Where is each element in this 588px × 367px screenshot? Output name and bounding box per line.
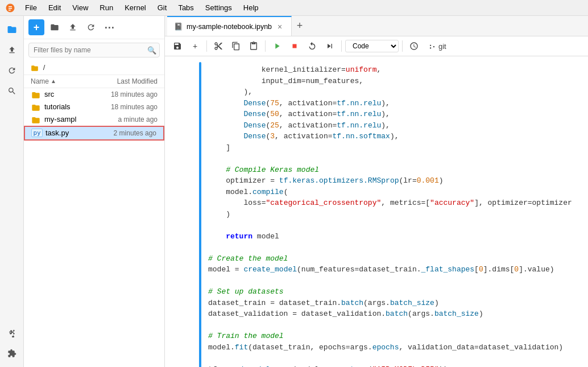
code-line: loss="categorical_crossentropy", metrics… — [208, 197, 583, 209]
tab-close-btn[interactable]: × — [275, 22, 284, 31]
file-list-header[interactable]: Name ▲ Last Modified — [24, 75, 164, 88]
py-icon-taskpy: py — [32, 129, 42, 138]
app-logo — [5, 2, 16, 14]
code-line: model.fit(dataset_train, epochs=args.epo… — [208, 342, 583, 353]
code-line: Dense(75, activation=tf.nn.relu), — [208, 98, 583, 109]
stop-btn[interactable] — [287, 39, 303, 53]
sidebar-git-btn[interactable] — [3, 324, 21, 342]
notebook-area: 📓 my-sample-notebook.ipynb × + + — [165, 16, 588, 367]
code-line — [208, 275, 583, 287]
menu-file[interactable]: File — [20, 2, 42, 13]
sidebar-files-btn[interactable] — [3, 20, 21, 39]
cell-content[interactable]: kernel_initializer=uniform, input_dim=nu… — [204, 62, 588, 367]
code-cell: kernel_initializer=uniform, input_dim=nu… — [165, 61, 588, 367]
copy-btn[interactable] — [228, 39, 244, 53]
code-line: model.compile( — [208, 187, 583, 198]
file-date-tutorials: 18 minutes ago — [95, 103, 158, 111]
sidebar-upload-btn[interactable] — [3, 41, 21, 59]
breadcrumb-path: / — [43, 63, 45, 72]
file-name-src: src — [44, 90, 95, 98]
run-btn[interactable] — [269, 39, 285, 53]
more-btn[interactable]: ⋯ — [101, 19, 117, 35]
svg-rect-1 — [293, 44, 297, 48]
upload-btn[interactable] — [65, 19, 81, 35]
code-line: # Set up datasets — [208, 286, 583, 298]
notebook-toolbar: + C — [165, 36, 588, 56]
clock-btn[interactable] — [406, 39, 422, 53]
code-line: dataset_train = dataset_train.batch(args… — [208, 298, 583, 309]
folder-icon-mysample — [31, 115, 41, 124]
paste-btn[interactable] — [246, 39, 262, 53]
menu-view[interactable]: View — [68, 2, 93, 13]
cell-type-select[interactable]: Code Markdown Raw — [345, 40, 399, 52]
restart-run-btn[interactable] — [322, 39, 338, 53]
code-area[interactable]: kernel_initializer=uniform, input_dim=nu… — [165, 56, 588, 367]
tab-add-btn[interactable]: + — [292, 18, 308, 34]
code-line: ), — [208, 86, 583, 98]
code-line — [208, 242, 583, 253]
code-line: ) — [208, 209, 583, 220]
add-cell-btn[interactable]: + — [187, 39, 203, 53]
code-line — [208, 320, 583, 331]
notebook-tab-title: my-sample-notebook.ipynb — [187, 23, 272, 31]
search-input[interactable] — [28, 43, 160, 57]
code-line: kernel_initializer=uniform, — [208, 64, 583, 76]
code-line — [208, 153, 583, 164]
panel-toolbar: + ⋯ — [24, 16, 164, 39]
file-list: src 18 minutes ago tutorials 18 minutes … — [24, 88, 164, 367]
file-item-mysample[interactable]: my-sampl a minute ago — [24, 113, 164, 126]
col-name-header[interactable]: Name ▲ — [31, 77, 95, 85]
toolbar-divider-3 — [341, 40, 342, 52]
code-line: model = create_model(num_features=datase… — [208, 264, 583, 275]
code-line: dataset_validation = dataset_validation.… — [208, 308, 583, 320]
git-btn[interactable]: git — [424, 41, 451, 52]
main-layout: + ⋯ 🔍 / Name ▲ — [0, 16, 588, 367]
code-line: Dense(3, activation=tf.nn.softmax), — [208, 131, 583, 142]
icon-sidebar — [0, 16, 24, 367]
new-file-btn[interactable]: + — [28, 19, 44, 35]
code-line: tf.saved_model.save(model, os.getenv("AI… — [208, 364, 583, 368]
file-item-src[interactable]: src 18 minutes ago — [24, 88, 164, 101]
code-line — [208, 220, 583, 231]
code-line: # Compile Keras model — [208, 164, 583, 176]
breadcrumb: / — [24, 61, 164, 75]
menubar: File Edit View Run Kernel Git Tabs Setti… — [0, 0, 588, 16]
menu-edit[interactable]: Edit — [44, 2, 65, 13]
menu-settings[interactable]: Settings — [201, 2, 237, 13]
code-line: Dense(50, activation=tf.nn.relu), — [208, 109, 583, 120]
file-date-mysample: a minute ago — [95, 116, 158, 123]
menu-tabs[interactable]: Tabs — [173, 2, 198, 13]
folder-icon-tutorials — [31, 102, 41, 112]
git-label: git — [438, 42, 446, 51]
col-date-header[interactable]: Last Modified — [95, 77, 158, 85]
refresh-btn[interactable] — [83, 19, 99, 35]
cell-gutter — [165, 62, 199, 367]
cell-indicator — [199, 62, 201, 367]
cut-btn[interactable] — [210, 39, 226, 53]
code-line: Dense(25, activation=tf.nn.relu), — [208, 120, 583, 131]
sidebar-search-btn[interactable] — [3, 82, 21, 100]
sidebar-refresh-btn[interactable] — [3, 61, 21, 80]
search-icon[interactable]: 🔍 — [147, 46, 156, 55]
file-item-taskpy[interactable]: py task.py 2 minutes ago — [24, 126, 164, 141]
restart-btn[interactable] — [304, 39, 320, 53]
new-folder-btn[interactable] — [47, 19, 63, 35]
menu-run[interactable]: Run — [95, 2, 118, 13]
menu-kernel[interactable]: Kernel — [120, 2, 151, 13]
search-box: 🔍 — [28, 43, 160, 57]
file-name-mysample: my-sampl — [44, 115, 95, 123]
file-name-taskpy: task.py — [45, 129, 94, 137]
file-name-tutorials: tutorials — [44, 102, 95, 111]
menu-git[interactable]: Git — [153, 2, 172, 13]
file-panel: + ⋯ 🔍 / Name ▲ — [24, 16, 165, 367]
code-line: optimizer = tf.keras.optimizers.RMSprop(… — [208, 175, 583, 187]
notebook-tab[interactable]: 📓 my-sample-notebook.ipynb × — [167, 16, 292, 36]
menu-help[interactable]: Help — [239, 2, 263, 13]
code-line: # Create the model — [208, 253, 583, 265]
notebook-tab-icon: 📓 — [174, 22, 183, 31]
sidebar-extensions-btn[interactable] — [3, 344, 21, 362]
save-btn[interactable] — [169, 39, 185, 53]
code-line — [208, 353, 583, 364]
file-date-taskpy: 2 minutes ago — [94, 129, 156, 137]
file-item-tutorials[interactable]: tutorials 18 minutes ago — [24, 101, 164, 113]
